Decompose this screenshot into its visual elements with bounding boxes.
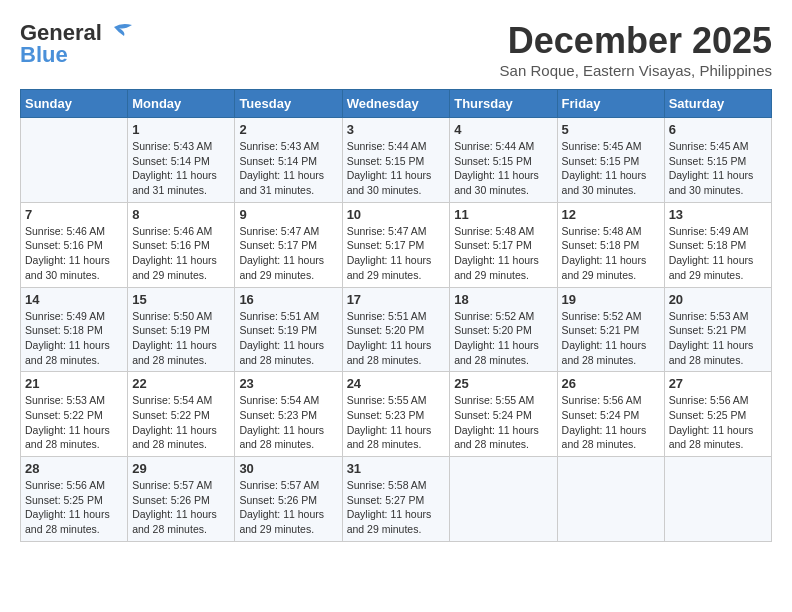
day-number: 4 xyxy=(454,122,552,137)
day-number: 11 xyxy=(454,207,552,222)
weekday-header-monday: Monday xyxy=(128,90,235,118)
calendar-cell: 4Sunrise: 5:44 AM Sunset: 5:15 PM Daylig… xyxy=(450,118,557,203)
day-info: Sunrise: 5:46 AM Sunset: 5:16 PM Dayligh… xyxy=(132,224,230,283)
calendar-cell: 17Sunrise: 5:51 AM Sunset: 5:20 PM Dayli… xyxy=(342,287,450,372)
day-number: 30 xyxy=(239,461,337,476)
calendar-cell: 21Sunrise: 5:53 AM Sunset: 5:22 PM Dayli… xyxy=(21,372,128,457)
day-info: Sunrise: 5:51 AM Sunset: 5:19 PM Dayligh… xyxy=(239,309,337,368)
day-info: Sunrise: 5:58 AM Sunset: 5:27 PM Dayligh… xyxy=(347,478,446,537)
day-info: Sunrise: 5:49 AM Sunset: 5:18 PM Dayligh… xyxy=(25,309,123,368)
calendar-cell: 8Sunrise: 5:46 AM Sunset: 5:16 PM Daylig… xyxy=(128,202,235,287)
calendar-cell xyxy=(21,118,128,203)
calendar-cell: 7Sunrise: 5:46 AM Sunset: 5:16 PM Daylig… xyxy=(21,202,128,287)
day-info: Sunrise: 5:54 AM Sunset: 5:22 PM Dayligh… xyxy=(132,393,230,452)
day-info: Sunrise: 5:49 AM Sunset: 5:18 PM Dayligh… xyxy=(669,224,767,283)
calendar-cell: 5Sunrise: 5:45 AM Sunset: 5:15 PM Daylig… xyxy=(557,118,664,203)
calendar-cell: 16Sunrise: 5:51 AM Sunset: 5:19 PM Dayli… xyxy=(235,287,342,372)
day-number: 2 xyxy=(239,122,337,137)
day-number: 13 xyxy=(669,207,767,222)
day-info: Sunrise: 5:57 AM Sunset: 5:26 PM Dayligh… xyxy=(239,478,337,537)
day-number: 25 xyxy=(454,376,552,391)
weekday-header-tuesday: Tuesday xyxy=(235,90,342,118)
day-info: Sunrise: 5:55 AM Sunset: 5:24 PM Dayligh… xyxy=(454,393,552,452)
calendar-week-5: 28Sunrise: 5:56 AM Sunset: 5:25 PM Dayli… xyxy=(21,457,772,542)
day-info: Sunrise: 5:45 AM Sunset: 5:15 PM Dayligh… xyxy=(562,139,660,198)
weekday-header-wednesday: Wednesday xyxy=(342,90,450,118)
day-info: Sunrise: 5:43 AM Sunset: 5:14 PM Dayligh… xyxy=(239,139,337,198)
calendar-cell: 10Sunrise: 5:47 AM Sunset: 5:17 PM Dayli… xyxy=(342,202,450,287)
calendar-cell xyxy=(450,457,557,542)
day-number: 16 xyxy=(239,292,337,307)
calendar-cell: 28Sunrise: 5:56 AM Sunset: 5:25 PM Dayli… xyxy=(21,457,128,542)
calendar-cell: 13Sunrise: 5:49 AM Sunset: 5:18 PM Dayli… xyxy=(664,202,771,287)
weekday-header-thursday: Thursday xyxy=(450,90,557,118)
weekday-header-saturday: Saturday xyxy=(664,90,771,118)
day-number: 22 xyxy=(132,376,230,391)
calendar-cell xyxy=(557,457,664,542)
calendar-cell: 20Sunrise: 5:53 AM Sunset: 5:21 PM Dayli… xyxy=(664,287,771,372)
day-number: 3 xyxy=(347,122,446,137)
day-info: Sunrise: 5:57 AM Sunset: 5:26 PM Dayligh… xyxy=(132,478,230,537)
day-info: Sunrise: 5:56 AM Sunset: 5:25 PM Dayligh… xyxy=(25,478,123,537)
day-number: 18 xyxy=(454,292,552,307)
calendar-cell: 2Sunrise: 5:43 AM Sunset: 5:14 PM Daylig… xyxy=(235,118,342,203)
day-number: 6 xyxy=(669,122,767,137)
day-number: 20 xyxy=(669,292,767,307)
weekday-header-sunday: Sunday xyxy=(21,90,128,118)
day-number: 19 xyxy=(562,292,660,307)
calendar-cell: 25Sunrise: 5:55 AM Sunset: 5:24 PM Dayli… xyxy=(450,372,557,457)
day-info: Sunrise: 5:53 AM Sunset: 5:22 PM Dayligh… xyxy=(25,393,123,452)
calendar-cell: 18Sunrise: 5:52 AM Sunset: 5:20 PM Dayli… xyxy=(450,287,557,372)
day-info: Sunrise: 5:48 AM Sunset: 5:17 PM Dayligh… xyxy=(454,224,552,283)
day-number: 27 xyxy=(669,376,767,391)
calendar-cell: 9Sunrise: 5:47 AM Sunset: 5:17 PM Daylig… xyxy=(235,202,342,287)
day-number: 7 xyxy=(25,207,123,222)
logo: General Blue xyxy=(20,20,134,68)
logo-bird-icon xyxy=(104,22,134,44)
day-info: Sunrise: 5:45 AM Sunset: 5:15 PM Dayligh… xyxy=(669,139,767,198)
day-info: Sunrise: 5:44 AM Sunset: 5:15 PM Dayligh… xyxy=(347,139,446,198)
day-info: Sunrise: 5:56 AM Sunset: 5:25 PM Dayligh… xyxy=(669,393,767,452)
calendar-cell: 23Sunrise: 5:54 AM Sunset: 5:23 PM Dayli… xyxy=(235,372,342,457)
calendar-cell: 3Sunrise: 5:44 AM Sunset: 5:15 PM Daylig… xyxy=(342,118,450,203)
day-info: Sunrise: 5:47 AM Sunset: 5:17 PM Dayligh… xyxy=(239,224,337,283)
calendar-week-2: 7Sunrise: 5:46 AM Sunset: 5:16 PM Daylig… xyxy=(21,202,772,287)
calendar-cell: 1Sunrise: 5:43 AM Sunset: 5:14 PM Daylig… xyxy=(128,118,235,203)
calendar-cell: 29Sunrise: 5:57 AM Sunset: 5:26 PM Dayli… xyxy=(128,457,235,542)
day-info: Sunrise: 5:53 AM Sunset: 5:21 PM Dayligh… xyxy=(669,309,767,368)
day-number: 21 xyxy=(25,376,123,391)
day-info: Sunrise: 5:47 AM Sunset: 5:17 PM Dayligh… xyxy=(347,224,446,283)
location: San Roque, Eastern Visayas, Philippines xyxy=(500,62,772,79)
calendar-cell xyxy=(664,457,771,542)
calendar-header-row: SundayMondayTuesdayWednesdayThursdayFrid… xyxy=(21,90,772,118)
calendar-cell: 14Sunrise: 5:49 AM Sunset: 5:18 PM Dayli… xyxy=(21,287,128,372)
day-number: 17 xyxy=(347,292,446,307)
day-number: 8 xyxy=(132,207,230,222)
day-number: 29 xyxy=(132,461,230,476)
day-number: 14 xyxy=(25,292,123,307)
calendar-cell: 31Sunrise: 5:58 AM Sunset: 5:27 PM Dayli… xyxy=(342,457,450,542)
calendar-week-1: 1Sunrise: 5:43 AM Sunset: 5:14 PM Daylig… xyxy=(21,118,772,203)
calendar-cell: 19Sunrise: 5:52 AM Sunset: 5:21 PM Dayli… xyxy=(557,287,664,372)
calendar-cell: 15Sunrise: 5:50 AM Sunset: 5:19 PM Dayli… xyxy=(128,287,235,372)
day-number: 12 xyxy=(562,207,660,222)
day-info: Sunrise: 5:52 AM Sunset: 5:20 PM Dayligh… xyxy=(454,309,552,368)
calendar-cell: 30Sunrise: 5:57 AM Sunset: 5:26 PM Dayli… xyxy=(235,457,342,542)
day-number: 23 xyxy=(239,376,337,391)
calendar-cell: 22Sunrise: 5:54 AM Sunset: 5:22 PM Dayli… xyxy=(128,372,235,457)
day-number: 1 xyxy=(132,122,230,137)
month-title: December 2025 xyxy=(500,20,772,62)
calendar-cell: 24Sunrise: 5:55 AM Sunset: 5:23 PM Dayli… xyxy=(342,372,450,457)
day-number: 31 xyxy=(347,461,446,476)
day-info: Sunrise: 5:44 AM Sunset: 5:15 PM Dayligh… xyxy=(454,139,552,198)
calendar-table: SundayMondayTuesdayWednesdayThursdayFrid… xyxy=(20,89,772,542)
page-header: General Blue December 2025 San Roque, Ea… xyxy=(20,20,772,79)
calendar-week-4: 21Sunrise: 5:53 AM Sunset: 5:22 PM Dayli… xyxy=(21,372,772,457)
calendar-cell: 26Sunrise: 5:56 AM Sunset: 5:24 PM Dayli… xyxy=(557,372,664,457)
calendar-cell: 12Sunrise: 5:48 AM Sunset: 5:18 PM Dayli… xyxy=(557,202,664,287)
calendar-cell: 6Sunrise: 5:45 AM Sunset: 5:15 PM Daylig… xyxy=(664,118,771,203)
day-number: 10 xyxy=(347,207,446,222)
day-number: 24 xyxy=(347,376,446,391)
calendar-cell: 11Sunrise: 5:48 AM Sunset: 5:17 PM Dayli… xyxy=(450,202,557,287)
title-section: December 2025 San Roque, Eastern Visayas… xyxy=(500,20,772,79)
